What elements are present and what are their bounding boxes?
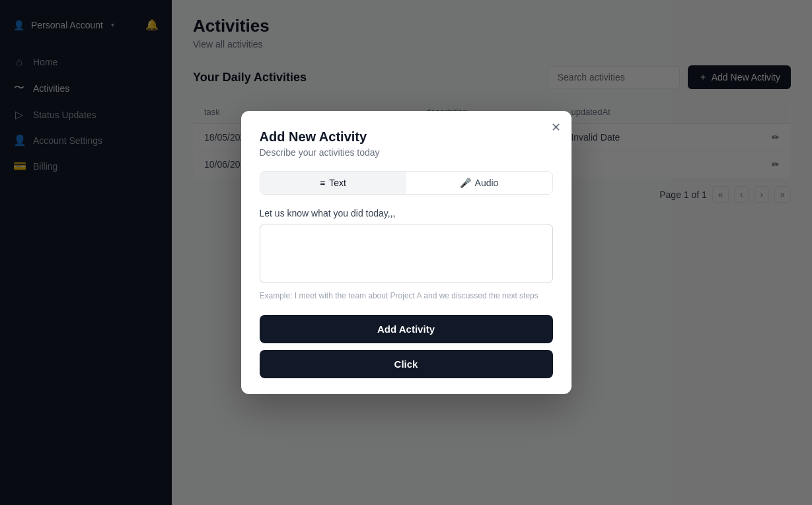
close-button[interactable]: ✕ xyxy=(551,121,561,133)
audio-tab-icon: 🎤 xyxy=(460,178,471,188)
modal-subtitle: Describe your activities today xyxy=(260,147,553,158)
textarea-label: Let us know what you did today,,, xyxy=(260,208,553,219)
tab-group: ≡ Text 🎤 Audio xyxy=(260,171,553,195)
add-activity-modal: ✕ Add New Activity Describe your activit… xyxy=(241,111,572,394)
click-button[interactable]: Click xyxy=(260,350,553,378)
textarea-hint: Example: I meet with the team about Proj… xyxy=(260,290,553,302)
modal-title: Add New Activity xyxy=(260,129,553,145)
tab-audio-label: Audio xyxy=(475,178,499,188)
tab-text-label: Text xyxy=(329,178,346,188)
add-activity-button[interactable]: Add Activity xyxy=(260,315,553,343)
tab-text[interactable]: ≡ Text xyxy=(260,172,406,194)
activity-textarea[interactable] xyxy=(260,224,553,283)
modal-overlay: ✕ Add New Activity Describe your activit… xyxy=(0,0,812,505)
tab-audio[interactable]: 🎤 Audio xyxy=(406,172,552,194)
text-tab-icon: ≡ xyxy=(320,178,325,188)
